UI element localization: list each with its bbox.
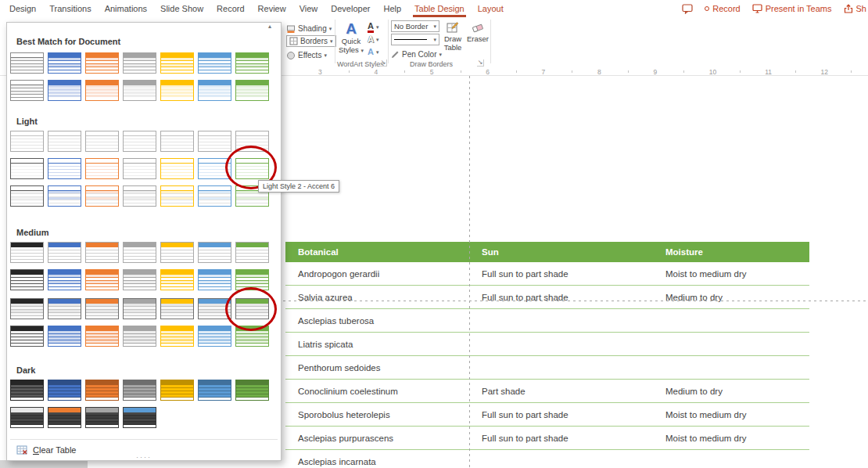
table-style-thumb[interactable] bbox=[48, 131, 81, 152]
table-style-thumb[interactable] bbox=[48, 242, 81, 263]
table-cell[interactable]: Moist to medium dry bbox=[653, 410, 809, 419]
table-style-thumb[interactable] bbox=[123, 131, 156, 152]
comments-icon[interactable] bbox=[682, 4, 693, 14]
table-style-thumb[interactable] bbox=[235, 80, 269, 101]
table-style-thumb[interactable] bbox=[160, 80, 194, 101]
table-cell[interactable]: Sporobolus heterolepis bbox=[285, 410, 469, 419]
table-style-thumb[interactable] bbox=[85, 298, 119, 319]
table-cell[interactable]: Asclepias purpurascens bbox=[285, 434, 469, 443]
menu-tab-transitions[interactable]: Transitions bbox=[49, 0, 91, 17]
table-style-thumb[interactable] bbox=[160, 131, 194, 152]
text-fill-button[interactable]: A ▾ bbox=[368, 21, 378, 33]
menu-tab-view[interactable]: View bbox=[299, 0, 318, 17]
table-style-thumb[interactable] bbox=[48, 185, 81, 207]
table-style-thumb[interactable] bbox=[85, 158, 119, 179]
table-row[interactable]: Liatris spicata bbox=[285, 333, 809, 356]
table-style-thumb[interactable] bbox=[198, 80, 231, 101]
table-row[interactable]: Penthorum sedoides bbox=[285, 356, 809, 380]
table-style-thumb[interactable] bbox=[48, 158, 81, 179]
table-style-thumb[interactable] bbox=[48, 407, 81, 428]
table-header-moisture[interactable]: Moisture bbox=[653, 247, 809, 257]
borders-button[interactable]: Borders▾ bbox=[286, 35, 336, 47]
table-style-thumb[interactable] bbox=[123, 158, 156, 179]
effects-button[interactable]: Effects▾ bbox=[286, 49, 327, 61]
table-row[interactable]: Andropogon gerardiiFull sun to part shad… bbox=[285, 262, 809, 286]
menu-tab-design[interactable]: Design bbox=[9, 0, 36, 17]
table-style-thumb[interactable] bbox=[85, 242, 119, 263]
table-style-thumb[interactable] bbox=[123, 80, 156, 101]
table-style-thumb[interactable] bbox=[48, 269, 81, 290]
table-style-thumb[interactable] bbox=[10, 380, 44, 401]
menu-tab-help[interactable]: Help bbox=[383, 0, 401, 17]
table-cell[interactable]: Moist to medium dry bbox=[653, 269, 809, 279]
table-cell[interactable]: Moist to medium dry bbox=[653, 434, 809, 443]
table-style-thumb[interactable] bbox=[160, 326, 194, 347]
table-row[interactable]: Sporobolus heterolepisFull sun to part s… bbox=[285, 403, 809, 427]
eraser-button[interactable]: Eraser bbox=[467, 21, 489, 44]
table-style-thumb[interactable] bbox=[160, 242, 194, 263]
table-style-thumb[interactable] bbox=[48, 298, 81, 319]
menu-tab-slide-show[interactable]: Slide Show bbox=[160, 0, 203, 17]
table-style-thumb[interactable] bbox=[235, 269, 269, 290]
table-cell[interactable]: Liatris spicata bbox=[285, 340, 469, 349]
table-style-thumb[interactable] bbox=[198, 326, 231, 347]
menu-tab-review[interactable]: Review bbox=[258, 0, 286, 17]
record-button[interactable]: Record bbox=[705, 4, 740, 13]
menu-tab-animations[interactable]: Animations bbox=[105, 0, 147, 17]
table-style-thumb[interactable] bbox=[48, 80, 81, 101]
table-cell[interactable]: Medium to dry bbox=[653, 387, 809, 396]
table-cell[interactable]: Conoclinium coelestinum bbox=[285, 387, 469, 396]
table-style-thumb[interactable] bbox=[48, 380, 81, 401]
draw-borders-dialog-launcher-icon[interactable]: ↘ bbox=[477, 59, 484, 67]
table-style-thumb[interactable] bbox=[123, 185, 156, 207]
table-style-thumb[interactable] bbox=[160, 298, 194, 319]
menu-tab-developer[interactable]: Developer bbox=[331, 0, 370, 17]
table-style-thumb[interactable] bbox=[123, 407, 156, 428]
table-style-thumb[interactable] bbox=[10, 80, 44, 101]
table-style-thumb[interactable] bbox=[235, 52, 269, 74]
table-style-thumb[interactable] bbox=[10, 407, 44, 428]
share-button[interactable]: Sh bbox=[844, 4, 866, 13]
table-cell[interactable]: Full sun to part shade bbox=[469, 269, 653, 279]
table-style-thumb[interactable] bbox=[160, 380, 194, 401]
wordart-dialog-launcher-icon[interactable]: ↘ bbox=[380, 59, 387, 67]
table-style-thumb[interactable] bbox=[198, 158, 231, 179]
table-style-thumb[interactable] bbox=[85, 131, 119, 152]
table-cell[interactable]: Part shade bbox=[469, 387, 653, 396]
shading-button[interactable]: Shading▾ bbox=[286, 23, 332, 34]
table-cell[interactable]: Full sun to part shade bbox=[469, 410, 653, 419]
table-style-thumb[interactable] bbox=[123, 269, 156, 290]
table-style-thumb[interactable] bbox=[160, 269, 194, 290]
table-style-thumb[interactable] bbox=[235, 298, 269, 319]
vertical-guide[interactable] bbox=[469, 76, 470, 468]
table-style-thumb[interactable] bbox=[85, 326, 119, 347]
table-row[interactable]: Asclepias purpurascensFull sun to part s… bbox=[285, 427, 809, 450]
table-header-sun[interactable]: Sun bbox=[469, 247, 653, 257]
table-style-thumb[interactable] bbox=[198, 131, 231, 152]
horizontal-guide[interactable] bbox=[283, 301, 868, 301]
table-cell[interactable]: Full sun to part shade bbox=[469, 434, 653, 443]
table-cell[interactable]: Asclepias tuberosa bbox=[285, 316, 469, 326]
table-style-thumb[interactable] bbox=[10, 326, 44, 347]
text-outline-button[interactable]: A ▾ bbox=[368, 34, 378, 45]
table-style-thumb[interactable] bbox=[198, 380, 231, 401]
table-style-thumb[interactable] bbox=[10, 131, 44, 152]
menu-tab-table-design[interactable]: Table Design bbox=[414, 0, 464, 17]
gallery-scroll-up-icon[interactable]: ▴ bbox=[268, 23, 271, 30]
table-header-row[interactable]: BotanicalSunMoisture bbox=[285, 242, 809, 262]
quick-styles-button[interactable]: A Quick Styles ▾ bbox=[337, 20, 365, 55]
table-style-thumb[interactable] bbox=[48, 326, 81, 347]
table-style-thumb[interactable] bbox=[85, 52, 119, 74]
table-style-thumb[interactable] bbox=[198, 185, 231, 207]
table-style-thumb[interactable] bbox=[10, 185, 44, 207]
table-style-thumb[interactable] bbox=[123, 380, 156, 401]
table-style-thumb[interactable] bbox=[198, 298, 231, 319]
table-style-thumb[interactable] bbox=[235, 131, 269, 152]
table-cell[interactable]: Andropogon gerardii bbox=[285, 269, 469, 279]
table-style-thumb[interactable] bbox=[85, 380, 119, 401]
present-in-teams-button[interactable]: Present in Teams bbox=[752, 4, 832, 13]
table-style-thumb[interactable] bbox=[85, 407, 119, 428]
table-row[interactable]: Salvia azureaFull sun to part shadeMediu… bbox=[285, 286, 809, 309]
table-style-thumb[interactable] bbox=[10, 298, 44, 319]
border-weight-combobox[interactable]: ▾ bbox=[391, 34, 439, 45]
